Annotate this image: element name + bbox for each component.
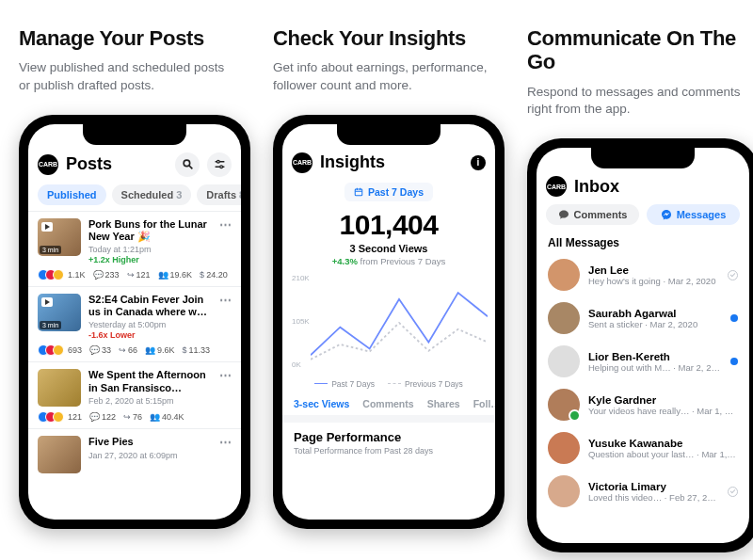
- message-item[interactable]: Jen Lee Hey how's it going · Mar 2, 2020: [537, 253, 749, 296]
- avatar: [548, 432, 580, 464]
- insights-big-label: 3 Second Views: [282, 243, 495, 254]
- insights-tab[interactable]: 3-sec Views: [294, 398, 349, 409]
- post-performance: -1.6x Lower: [88, 330, 212, 340]
- reactions-icon: [38, 269, 60, 280]
- brand-badge: CARB: [38, 154, 58, 175]
- post-title: S2:E4 Cabin Fever Join us in Canada wher…: [88, 294, 212, 318]
- search-icon[interactable]: [175, 152, 200, 177]
- comment-icon: 💬: [89, 345, 100, 355]
- message-name: Victoria Limary: [588, 481, 719, 492]
- posts-tab-drafts[interactable]: Drafts 8: [197, 184, 241, 205]
- svg-point-5: [219, 166, 222, 168]
- unread-dot: [730, 314, 738, 322]
- unread-dot: [730, 358, 738, 365]
- message-snippet: Helping out with M… · Mar 2, 2020: [588, 362, 722, 373]
- post-time: Feb 2, 2020 at 5:15pm: [88, 396, 212, 406]
- post-item[interactable]: We Spent the Afternoon in San Fransisco …: [28, 361, 241, 428]
- info-icon[interactable]: i: [471, 155, 486, 170]
- post-item[interactable]: Five Pies Jan 27, 2020 at 6:09pm ⋯: [28, 428, 241, 479]
- posts-tab-scheduled[interactable]: Scheduled 3: [112, 184, 192, 205]
- message-name: Yusuke Kawanabe: [588, 438, 738, 449]
- svg-line-1: [189, 166, 192, 168]
- insights-chart: 210K 105K 0K: [288, 274, 489, 377]
- post-time: Jan 27, 2020 at 6:09pm: [88, 451, 212, 460]
- insights-tab[interactable]: Shares: [427, 398, 460, 409]
- svg-point-3: [216, 161, 219, 164]
- date-range-label: Past 7 Days: [368, 186, 424, 198]
- post-item[interactable]: 3 min Pork Buns for the Lunar New Year 🎉…: [28, 211, 241, 286]
- post-thumbnail: 3 min: [38, 294, 81, 331]
- post-metrics: 121 💬122 ↪76 👥40.4K: [38, 411, 232, 423]
- message-item[interactable]: Kyle Gardner Your videos have really… · …: [537, 383, 749, 426]
- comment-icon: 💬: [93, 270, 104, 280]
- page-performance-title: Page Performance: [294, 430, 484, 444]
- page-performance-sub: Total Performance from Past 28 days: [294, 446, 484, 456]
- avatar: [548, 475, 580, 507]
- message-snippet: Sent a sticker · Mar 2, 2020: [588, 319, 722, 329]
- brand-badge: CARB: [292, 152, 312, 173]
- avatar: [548, 389, 580, 421]
- message-snippet: Your videos have really… · Mar 1, 2020: [588, 406, 738, 416]
- inbox-section-label: All Messages: [537, 231, 749, 253]
- reactions-icon: [38, 344, 60, 356]
- reactions-icon: [38, 411, 60, 423]
- message-name: Lior Ben-Kereth: [588, 351, 722, 362]
- post-title: We Spent the Afternoon in San Fransisco …: [88, 369, 212, 393]
- messenger-icon: [661, 209, 672, 220]
- message-item[interactable]: Saurabh Agarwal Sent a sticker · Mar 2, …: [537, 296, 749, 340]
- more-icon[interactable]: ⋯: [219, 436, 232, 473]
- col1-heading: Manage Your Posts: [19, 26, 250, 50]
- avatar: [548, 345, 580, 377]
- message-snippet: Loved this video… · Feb 27, 2020: [588, 492, 719, 503]
- col1-sub: View published and scheduled posts or pu…: [19, 59, 235, 93]
- post-thumbnail: [38, 369, 81, 407]
- post-title: Pork Buns for the Lunar New Year 🎉: [88, 218, 212, 243]
- inbox-tab-messages[interactable]: Messages: [647, 204, 740, 225]
- phone-inbox: CARB Inbox CommentsMessages All Messages…: [527, 138, 753, 552]
- people-icon: 👥: [150, 412, 160, 422]
- post-thumbnail: 3 min: [38, 218, 81, 256]
- date-range-chip[interactable]: Past 7 Days: [344, 183, 433, 201]
- calendar-icon: [354, 187, 363, 197]
- insights-tab[interactable]: Foll…: [473, 398, 495, 409]
- earnings-icon: $: [183, 345, 187, 355]
- message-name: Kyle Gardner: [588, 394, 738, 406]
- phone-insights: CARB Insights i Past 7 Days 101,404 3 Se…: [273, 115, 505, 529]
- inbox-tab-comments[interactable]: Comments: [546, 204, 639, 225]
- legend-item: Past 7 Days: [314, 379, 375, 389]
- more-icon[interactable]: ⋯: [219, 218, 232, 264]
- posts-title: Posts: [66, 154, 168, 174]
- col2-sub: Get info about earnings, performance, fo…: [273, 59, 489, 93]
- more-icon[interactable]: ⋯: [219, 294, 232, 340]
- svg-rect-6: [355, 189, 362, 196]
- share-icon: ↪: [123, 412, 131, 422]
- svg-point-0: [184, 160, 190, 167]
- comment-icon: [558, 209, 569, 220]
- avatar: [548, 259, 580, 291]
- insights-big-number: 101,404: [282, 209, 495, 241]
- post-time: Today at 1:21pm: [88, 245, 212, 254]
- inbox-title: Inbox: [574, 177, 740, 197]
- post-item[interactable]: 3 min S2:E4 Cabin Fever Join us in Canad…: [28, 286, 241, 361]
- posts-tab-published[interactable]: Published: [38, 184, 106, 205]
- col3-heading: Communicate On The Go: [527, 26, 753, 74]
- insights-tab[interactable]: Comments: [362, 398, 413, 409]
- post-metrics: 1.1K 💬233 ↪121 👥19.6K $24.20: [38, 269, 232, 280]
- message-name: Jen Lee: [588, 264, 719, 276]
- people-icon: 👥: [158, 270, 168, 280]
- insights-delta: +4.3% from Previous 7 Days: [282, 256, 495, 266]
- message-snippet: Hey how's it going · Mar 2, 2020: [588, 276, 719, 286]
- message-item[interactable]: Victoria Limary Loved this video… · Feb …: [537, 470, 749, 513]
- earnings-icon: $: [200, 270, 204, 280]
- message-snippet: Question about your last… · Mar 1, 2020: [588, 449, 738, 459]
- legend-item: Previous 7 Days: [388, 379, 463, 389]
- people-icon: 👥: [145, 345, 155, 355]
- post-time: Yesterday at 5:00pm: [88, 320, 212, 329]
- filter-icon[interactable]: [207, 152, 232, 177]
- more-icon[interactable]: ⋯: [219, 369, 232, 407]
- comment-icon: 💬: [89, 412, 100, 422]
- message-item[interactable]: Yusuke Kawanabe Question about your last…: [537, 426, 749, 470]
- col2-heading: Check Your Insights: [273, 26, 505, 50]
- post-thumbnail: [38, 436, 81, 473]
- message-item[interactable]: Lior Ben-Kereth Helping out with M… · Ma…: [537, 340, 749, 383]
